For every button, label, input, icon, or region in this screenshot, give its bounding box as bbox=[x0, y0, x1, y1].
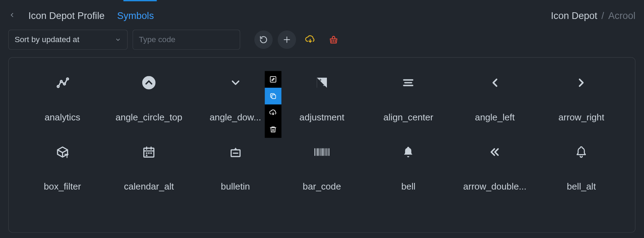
icon-cell-bell[interactable]: bell bbox=[367, 139, 450, 192]
svg-point-29 bbox=[149, 153, 149, 154]
svg-point-13 bbox=[142, 76, 156, 90]
icon-label: box_filter bbox=[44, 181, 81, 192]
box-filter-icon bbox=[56, 145, 69, 159]
icon-label: arrow_right bbox=[559, 112, 604, 123]
breadcrumb: Icon Depot / Acrool bbox=[551, 10, 635, 21]
refresh-button[interactable] bbox=[254, 31, 273, 49]
back-button[interactable] bbox=[8, 11, 16, 20]
context-menu bbox=[265, 71, 282, 138]
trash-icon bbox=[269, 126, 277, 133]
icon-cell-calendar-alt[interactable]: calendar_alt bbox=[108, 139, 190, 192]
angle-left-icon bbox=[488, 76, 501, 90]
breadcrumb-current: Acrool bbox=[608, 10, 636, 21]
icon-label: analytics bbox=[44, 112, 80, 123]
icon-label: bulletin bbox=[221, 181, 250, 192]
icon-cell-arrow-right[interactable]: arrow_right bbox=[540, 70, 623, 123]
analytics-icon bbox=[55, 75, 70, 90]
svg-rect-40 bbox=[324, 148, 325, 156]
icon-cell-angle-down[interactable]: angle_dow... bbox=[194, 70, 276, 123]
icon-cell-angle-left[interactable]: angle_left bbox=[454, 70, 536, 123]
bell-alt-icon bbox=[575, 146, 588, 158]
adjustment-icon: +− bbox=[315, 76, 329, 90]
svg-rect-15 bbox=[272, 95, 276, 99]
angle-down-icon bbox=[229, 77, 242, 89]
svg-point-28 bbox=[146, 153, 147, 154]
icon-cell-bar-code[interactable]: bar_code bbox=[281, 139, 363, 192]
svg-rect-41 bbox=[326, 148, 326, 156]
context-copy-button[interactable] bbox=[265, 88, 282, 105]
icon-cell-box-filter[interactable]: box_filter bbox=[21, 139, 104, 192]
svg-rect-34 bbox=[314, 148, 315, 156]
icon-label: align_center bbox=[383, 112, 433, 123]
copy-icon bbox=[269, 92, 277, 100]
icon-label: arrow_double... bbox=[463, 181, 526, 192]
svg-rect-36 bbox=[317, 148, 319, 156]
svg-line-12 bbox=[65, 80, 67, 84]
svg-rect-35 bbox=[316, 148, 316, 156]
cloud-download-icon bbox=[269, 109, 277, 117]
context-edit-button[interactable] bbox=[265, 71, 282, 88]
icon-cell-bulletin[interactable]: bulletin bbox=[194, 139, 276, 192]
icon-grid-panel: analytics angle_circle_top angle_dow... … bbox=[8, 57, 636, 233]
add-button[interactable] bbox=[278, 31, 296, 49]
bell-icon bbox=[402, 146, 415, 158]
search-input[interactable] bbox=[132, 29, 240, 49]
svg-rect-43 bbox=[329, 148, 329, 156]
icon-label: angle_circle_top bbox=[116, 112, 183, 123]
svg-text:−: − bbox=[323, 83, 326, 88]
icon-cell-arrow-double-left[interactable]: arrow_double... bbox=[454, 139, 536, 192]
icon-label: adjustment bbox=[300, 112, 344, 123]
icon-label: bell_alt bbox=[567, 181, 596, 192]
icon-label: bell bbox=[401, 181, 416, 192]
chevron-down-icon bbox=[115, 37, 121, 43]
icon-cell-angle-circle-top[interactable]: angle_circle_top bbox=[108, 70, 190, 123]
barcode-icon bbox=[314, 145, 330, 159]
icon-cell-analytics[interactable]: analytics bbox=[21, 70, 104, 123]
arrow-double-left-icon bbox=[488, 146, 501, 158]
svg-rect-14 bbox=[270, 77, 276, 82]
svg-rect-42 bbox=[327, 148, 328, 156]
icon-label: angle_dow... bbox=[210, 112, 261, 123]
svg-line-10 bbox=[59, 82, 60, 86]
plus-icon bbox=[283, 35, 291, 44]
svg-line-11 bbox=[62, 82, 63, 84]
sort-select-label: Sort by updated at bbox=[15, 35, 80, 44]
tab-symbols[interactable]: Symbols bbox=[117, 10, 154, 21]
align-center-icon bbox=[402, 76, 415, 90]
tab-profile[interactable]: Icon Depot Profile bbox=[28, 10, 105, 21]
delete-basket-button[interactable] bbox=[324, 31, 343, 49]
edit-icon bbox=[269, 75, 277, 83]
icon-cell-adjustment[interactable]: +− adjustment bbox=[281, 70, 363, 123]
arrow-right-icon bbox=[575, 76, 588, 90]
context-download-button[interactable] bbox=[265, 105, 282, 121]
cloud-download-icon bbox=[305, 35, 315, 45]
breadcrumb-separator: / bbox=[601, 10, 604, 21]
svg-point-31 bbox=[146, 155, 147, 156]
svg-text:+: + bbox=[319, 78, 322, 82]
svg-rect-39 bbox=[322, 148, 324, 156]
basket-icon bbox=[329, 35, 339, 45]
svg-rect-38 bbox=[321, 148, 321, 156]
icon-cell-align-center[interactable]: align_center bbox=[367, 70, 450, 123]
icon-label: bar_code bbox=[303, 181, 341, 192]
icon-label: calendar_alt bbox=[124, 181, 174, 192]
refresh-icon bbox=[259, 35, 268, 44]
icon-cell-bell-alt[interactable]: bell_alt bbox=[540, 139, 623, 192]
svg-point-30 bbox=[151, 153, 152, 154]
context-delete-button[interactable] bbox=[265, 121, 282, 138]
sort-select[interactable]: Sort by updated at bbox=[8, 29, 128, 49]
svg-rect-37 bbox=[320, 148, 320, 156]
icon-label: angle_left bbox=[475, 112, 515, 123]
download-cloud-button[interactable] bbox=[301, 31, 319, 49]
calendar-icon bbox=[142, 145, 156, 159]
breadcrumb-parent[interactable]: Icon Depot bbox=[551, 10, 597, 21]
angle-circle-top-icon bbox=[142, 76, 156, 90]
bulletin-icon bbox=[229, 145, 242, 159]
